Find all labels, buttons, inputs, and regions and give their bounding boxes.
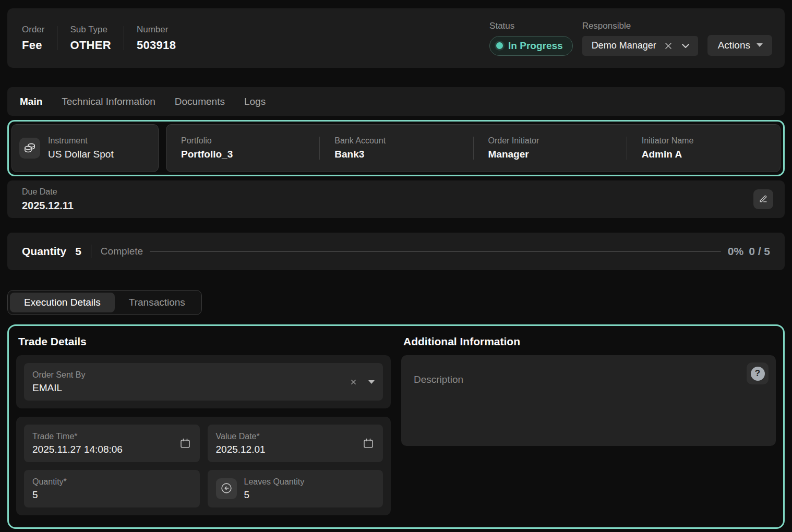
initiator-name-column: Initiator Name Admin A <box>627 136 780 160</box>
description-help-button[interactable]: ? <box>747 362 769 384</box>
pencil-icon <box>758 194 769 205</box>
status-badge: In Progress <box>489 36 573 56</box>
progress-percent: 0% <box>728 245 743 258</box>
progress-readout: 0% 0 / 5 <box>728 245 770 258</box>
tab-logs[interactable]: Logs <box>244 96 266 107</box>
order-initiator-label: Order Initiator <box>488 136 539 146</box>
description-input[interactable] <box>401 355 776 446</box>
trade-details-column: Trade Details Order Sent By EMAIL <box>16 330 391 520</box>
arrow-left-circle-icon <box>220 481 233 497</box>
coins-icon <box>19 138 40 159</box>
close-icon[interactable] <box>350 379 357 385</box>
overview-fields-card: Portfolio Portfolio_3 Bank Account Bank3… <box>166 124 781 172</box>
tab-documents[interactable]: Documents <box>175 96 225 107</box>
order-sent-by-select[interactable]: Order Sent By EMAIL <box>24 363 383 401</box>
portfolio-label: Portfolio <box>181 136 233 146</box>
sub-type-field: Sub Type OTHER <box>70 25 111 52</box>
status-label: Status <box>489 21 573 31</box>
status-group: Status In Progress <box>489 21 573 56</box>
additional-information-title: Additional Information <box>403 335 776 348</box>
order-initiator-value: Manager <box>488 149 539 160</box>
status-value: In Progress <box>508 40 563 52</box>
instrument-field: Instrument US Dollar Spot <box>48 136 114 160</box>
complete-label: Complete <box>101 246 143 257</box>
divider <box>57 26 57 50</box>
order-value: Fee <box>22 39 44 52</box>
quantity-total: 5 <box>75 245 81 258</box>
progress-ratio: 0 / 5 <box>749 245 770 258</box>
trade-time-field[interactable]: Trade Time* 2025.11.27 14:08:06 <box>24 425 200 462</box>
divider <box>124 26 124 50</box>
trade-time-value: 2025.11.27 14:08:06 <box>32 444 179 455</box>
leaves-quantity-value: 5 <box>244 489 375 501</box>
copy-leaves-quantity-button[interactable] <box>216 478 237 499</box>
caret-down-icon[interactable] <box>368 380 375 384</box>
quantity-value: 5 <box>32 489 191 501</box>
order-sent-by-panel: Order Sent By EMAIL <box>16 355 391 408</box>
due-date-label: Due Date <box>22 187 74 197</box>
bank-account-value: Bank3 <box>334 149 386 160</box>
instrument-value: US Dollar Spot <box>48 149 114 160</box>
quantity-progress-row: Quantity 5 Complete 0% 0 / 5 <box>7 233 785 270</box>
order-sent-by-value: EMAIL <box>32 382 350 394</box>
leaves-quantity-label: Leaves Quantity <box>244 477 375 487</box>
instrument-label: Instrument <box>48 136 114 146</box>
order-field: Order Fee <box>22 25 44 52</box>
value-date-field[interactable]: Value Date* 2025.12.01 <box>208 425 383 462</box>
value-date-label: Value Date* <box>216 432 363 441</box>
quantity-field[interactable]: Quantity* 5 <box>24 470 200 507</box>
number-label: Number <box>137 25 176 35</box>
description-panel: ? <box>401 355 776 446</box>
order-detail-page: Order Fee Sub Type OTHER Number 503918 S… <box>0 0 792 532</box>
quantity-label: Quantity* <box>32 477 191 487</box>
quantity-title: Quantity <box>22 245 66 258</box>
progress-bar <box>150 251 721 252</box>
responsible-group: Responsible Demo Manager <box>582 21 698 56</box>
execution-details-section: Trade Details Order Sent By EMAIL <box>7 324 785 529</box>
detail-subtabs: Execution Details Transactions <box>7 290 202 315</box>
value-date-value: 2025.12.01 <box>216 444 363 455</box>
divider <box>91 245 91 258</box>
order-header: Order Fee Sub Type OTHER Number 503918 S… <box>7 8 785 68</box>
actions-label: Actions <box>718 40 750 51</box>
subtab-execution-details[interactable]: Execution Details <box>10 293 115 312</box>
portfolio-value: Portfolio_3 <box>181 149 233 160</box>
question-icon: ? <box>751 367 765 381</box>
initiator-name-value: Admin A <box>642 149 694 160</box>
due-date-edit-button[interactable] <box>753 189 773 209</box>
number-value: 503918 <box>137 39 176 52</box>
responsible-label: Responsible <box>582 21 698 31</box>
tab-technical-information[interactable]: Technical Information <box>62 96 155 107</box>
order-initiator-column: Order Initiator Manager <box>474 136 627 160</box>
header-actions-area: Status In Progress Responsible Demo Mana… <box>489 21 772 56</box>
actions-button[interactable]: Actions <box>707 35 772 56</box>
trade-fields-panel: Trade Time* 2025.11.27 14:08:06 Va <box>16 417 391 515</box>
sub-type-label: Sub Type <box>70 25 111 35</box>
bank-account-column: Bank Account Bank3 <box>320 136 473 160</box>
tab-main[interactable]: Main <box>20 96 42 107</box>
main-tabbar: Main Technical Information Documents Log… <box>7 87 785 116</box>
calendar-icon[interactable] <box>362 437 375 450</box>
number-field: Number 503918 <box>137 25 176 52</box>
order-label: Order <box>22 25 44 35</box>
sub-type-value: OTHER <box>70 39 111 52</box>
responsible-select[interactable]: Demo Manager <box>582 36 698 56</box>
trade-details-title: Trade Details <box>18 335 391 348</box>
leaves-quantity-field: Leaves Quantity 5 <box>208 470 383 507</box>
calendar-icon[interactable] <box>179 437 191 450</box>
chevron-down-icon[interactable] <box>680 41 691 51</box>
additional-information-column: Additional Information ? <box>401 330 776 520</box>
status-dot-icon <box>496 42 503 49</box>
order-summary-fields: Order Fee Sub Type OTHER Number 503918 <box>22 25 176 52</box>
due-date-field: Due Date 2025.12.11 <box>22 187 74 212</box>
initiator-name-label: Initiator Name <box>642 136 694 146</box>
bank-account-label: Bank Account <box>334 136 386 146</box>
due-date-value: 2025.12.11 <box>22 200 74 212</box>
trade-time-label: Trade Time* <box>32 432 179 441</box>
instrument-card[interactable]: Instrument US Dollar Spot <box>11 124 159 172</box>
order-sent-by-label: Order Sent By <box>32 370 350 380</box>
close-icon[interactable] <box>664 41 673 51</box>
portfolio-column: Portfolio Portfolio_3 <box>166 136 319 160</box>
subtab-transactions[interactable]: Transactions <box>115 293 199 312</box>
overview-highlight-row: Instrument US Dollar Spot Portfolio Port… <box>7 120 785 176</box>
